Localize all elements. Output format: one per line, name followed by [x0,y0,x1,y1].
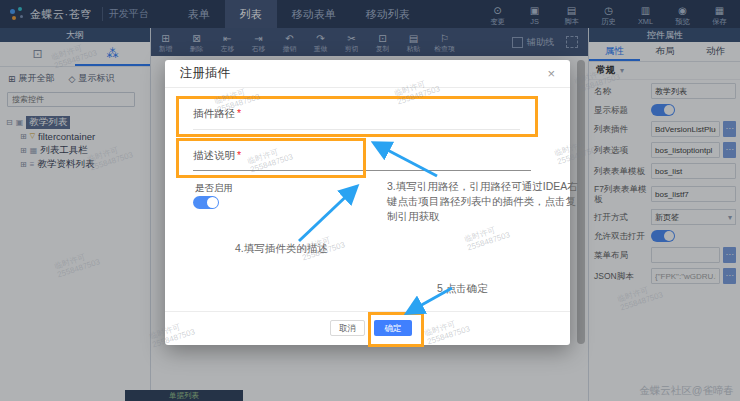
register-plugin-dialog: 注册插件 × 插件路径 描述说明 是否启用 3.填写引用路径，引用路径可通过ID… [165,60,570,345]
ok-button[interactable]: 确定 [374,320,412,336]
dialog-footer-divider [165,311,570,312]
enable-toggle[interactable] [193,196,219,209]
annotation-step3: 3.填写引用路径，引用路径可通过IDEA右键点击项目路径列表中的插件类，点击复制… [387,179,585,224]
watermark-credit: 金蝶云社区@雀啼春 [639,384,734,398]
description-input[interactable] [193,170,531,171]
annotation-step5: 5.点击确定 [437,281,488,296]
cancel-button[interactable]: 取消 [330,320,365,336]
dialog-title: 注册插件 [180,65,230,82]
plugin-path-input[interactable] [193,129,520,130]
annotation-step4: 4.填写插件类的描述 [235,241,328,256]
close-icon[interactable]: × [547,67,555,80]
description-label: 描述说明 [193,149,241,163]
app-window: 金蝶云·苍穹 开发平台 表单 列表 移动表单 移动列表 ⊙变更 ▣JS ▤脚本 … [0,0,740,401]
dialog-header: 注册插件 × [165,60,570,88]
plugin-path-label: 插件路径 [193,107,241,121]
enable-label: 是否启用 [195,182,233,195]
